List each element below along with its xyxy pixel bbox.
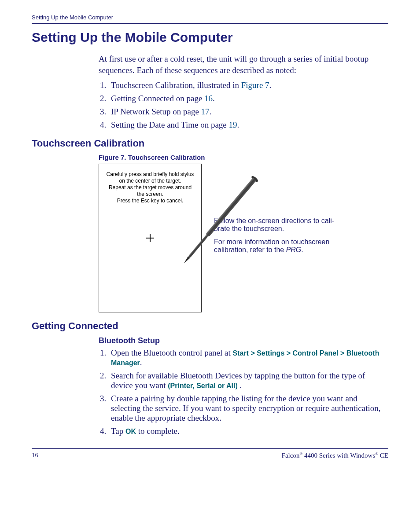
text: to complete. <box>136 426 180 436</box>
line: the screen. <box>137 191 163 197</box>
note-paragraph: For more information on touchscreen cali… <box>214 238 342 254</box>
prg-reference: PRG <box>286 246 302 253</box>
page-number: 16 <box>32 451 38 459</box>
page-title: Setting Up the Mobile Computer <box>32 30 388 45</box>
list-item: Create a pairing by double tapping the l… <box>108 394 388 423</box>
text: For more information on touchscreen cali… <box>214 238 329 253</box>
text: Touchscreen Calibration, illustrated in <box>111 81 241 90</box>
svg-point-0 <box>251 175 259 183</box>
subsection-bluetooth: Bluetooth Setup <box>99 336 388 345</box>
line: Carefully press and briefly hold stylus <box>107 171 194 177</box>
list-item: Open the Bluetooth control panel at Star… <box>108 348 388 367</box>
list-item: Setting the Date and Time on page 19. <box>108 120 388 130</box>
header-rule <box>32 23 388 24</box>
ui-option: (Printer, Serial or All) <box>168 382 238 389</box>
svg-marker-3 <box>183 257 190 264</box>
text: 4400 Series with Windows <box>302 452 375 459</box>
bluetooth-steps: Open the Bluetooth control panel at Star… <box>99 348 388 436</box>
crosshair-icon <box>146 234 154 242</box>
calibration-screenshot: Carefully press and briefly hold stylus … <box>99 164 202 312</box>
text: Create a pairing by double tapping the l… <box>111 394 381 422</box>
page-xref[interactable]: 17 <box>201 107 210 116</box>
section-heading-touchscreen: Touchscreen Calibration <box>32 138 388 149</box>
intro-paragraph: At first use or after a cold reset, the … <box>99 53 388 76</box>
page-xref[interactable]: 16 <box>204 94 213 103</box>
section-heading-connected: Getting Connected <box>32 320 388 332</box>
sequence-list: Touchscreen Calibration, illustrated in … <box>99 81 388 130</box>
running-header: Setting Up the Mobile Computer <box>32 14 388 21</box>
page-xref[interactable]: 19 <box>229 120 237 129</box>
page-footer: 16 Falcon® 4400 Series with Windows® CE <box>32 448 388 459</box>
text: Open the Bluetooth control panel at <box>111 348 232 357</box>
text: IP Network Setup on page <box>111 107 201 116</box>
ok-label: OK <box>125 428 136 435</box>
text: . <box>301 246 303 253</box>
figure-side-note: Follow the on-screen directions to cali­… <box>214 217 342 259</box>
list-item: IP Network Setup on page 17. <box>108 107 388 117</box>
figure-row: Carefully press and briefly hold stylus … <box>99 164 388 312</box>
text: Setting the Date and Time on page <box>111 120 229 129</box>
list-item: Touchscreen Calibration, illustrated in … <box>108 81 388 90</box>
text: Falcon <box>282 452 300 459</box>
figure-xref[interactable]: Figure 7 <box>241 81 269 90</box>
line: Repeat as the target moves around <box>109 184 192 191</box>
list-item: Tap OK to complete. <box>108 426 388 436</box>
list-item: Getting Connected on page 16. <box>108 94 388 103</box>
figure-caption: Figure 7. Touchscreen Calibration <box>99 154 388 161</box>
product-name: Falcon® 4400 Series with Windows® CE <box>282 451 388 459</box>
svg-rect-2 <box>188 235 208 258</box>
text: Tap <box>111 426 125 436</box>
text: . <box>269 81 272 90</box>
note-paragraph: Follow the on-screen directions to cali­… <box>214 217 342 233</box>
text: . <box>213 94 215 103</box>
text: Getting Connected on page <box>111 94 204 103</box>
text: . <box>210 107 212 116</box>
text: CE <box>378 452 388 459</box>
text: . <box>237 120 239 129</box>
text: . <box>140 358 142 367</box>
line: on the center of the target. <box>119 178 181 184</box>
text: . <box>238 381 242 390</box>
list-item: Search for available Bluetooth Devices b… <box>108 371 388 390</box>
calibration-instructions: Carefully press and briefly hold stylus … <box>99 171 201 204</box>
line: Press the Esc key to cancel. <box>117 198 184 204</box>
